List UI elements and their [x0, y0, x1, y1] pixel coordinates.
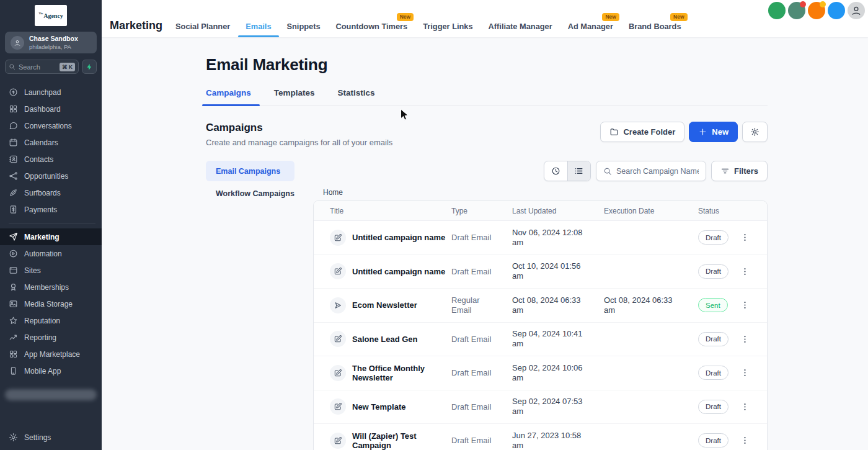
breadcrumb[interactable]: Home: [323, 188, 768, 197]
sidebar-item[interactable]: Automation: [0, 245, 102, 262]
page-tab[interactable]: Templates: [274, 88, 315, 106]
execution-date: Oct 08, 2024 06:33 am: [604, 295, 678, 316]
list-icon: [574, 166, 583, 176]
media-storage-icon: [9, 299, 18, 308]
table-row[interactable]: Will (Zapier) Test Campaign Draft Email …: [314, 424, 767, 450]
kebab-menu-button[interactable]: [736, 398, 753, 415]
sidebar-item[interactable]: Mobile App: [0, 362, 102, 379]
kebab-menu-button[interactable]: [736, 330, 753, 348]
settings-label: Settings: [24, 433, 51, 442]
sidebar-item[interactable]: Reputation: [0, 312, 102, 329]
avatar[interactable]: [828, 2, 845, 19]
header-tab[interactable]: Emails: [246, 23, 271, 31]
create-folder-button[interactable]: Create Folder: [600, 122, 684, 142]
sidebar-item[interactable]: Memberships: [0, 279, 102, 295]
user-icon: [851, 5, 862, 16]
table-row[interactable]: Untitled campaign name Draft Email Nov 0…: [314, 221, 767, 255]
campaign-search-field[interactable]: [596, 161, 706, 181]
sidebar-item[interactable]: Opportunities: [0, 168, 102, 184]
subnav-item[interactable]: Email Campaigns: [206, 161, 294, 181]
table-row[interactable]: Untitled campaign name Draft Email Oct 1…: [314, 255, 767, 289]
page-tab[interactable]: Statistics: [338, 88, 375, 106]
filters-button[interactable]: Filters: [711, 161, 768, 181]
header-tab[interactable]: Trigger Links: [423, 23, 472, 31]
filter-icon: [720, 166, 730, 176]
avatar[interactable]: [768, 2, 786, 19]
column-status: Status: [698, 207, 736, 215]
table-row[interactable]: Ecom Newsletter Regular Email Oct 08, 20…: [314, 289, 767, 323]
table-row[interactable]: The Office Monthly Newsletter Draft Emai…: [314, 356, 767, 390]
avatar[interactable]: [788, 2, 805, 19]
new-badge: New: [670, 13, 687, 21]
notification-dot: [820, 1, 826, 7]
new-badge: New: [397, 13, 414, 21]
kebab-menu-button[interactable]: [736, 297, 753, 314]
subnav-item[interactable]: Workflow Campaigns: [206, 183, 294, 204]
settings-button[interactable]: [742, 122, 768, 142]
sidebar-item[interactable]: Calendars: [0, 134, 102, 151]
sidebar-item[interactable]: Reporting: [0, 329, 102, 346]
automation-icon: [9, 249, 18, 258]
subnav-item-label: Email Campaigns: [216, 167, 280, 176]
sidebar-item-label: Opportunities: [24, 172, 68, 181]
sidebar-item[interactable]: Surfboards: [0, 184, 102, 201]
sidebar-item-label: Contacts: [24, 155, 53, 164]
main-content: Email Marketing Campaigns Templates Stat…: [102, 37, 868, 450]
calendar-icon: [9, 138, 18, 147]
header-tab[interactable]: Affiliate Manager: [489, 23, 552, 31]
sidebar-item[interactable]: Contacts: [0, 151, 102, 168]
header-tab[interactable]: Brand Boards New: [629, 23, 681, 31]
list-view-button[interactable]: [567, 161, 590, 181]
header-tabs: Social Planner Emails Snippets Countdown…: [175, 23, 681, 31]
ai-assistant-button[interactable]: [82, 60, 97, 74]
account-switcher[interactable]: Chase Sandbox philadelphia, PA: [5, 32, 97, 53]
status-badge: Draft: [698, 366, 728, 380]
last-updated: Oct 10, 2024 01:56 am: [512, 261, 587, 282]
table-header: Title Type Last Updated Execution Date S…: [314, 201, 767, 221]
sidebar-search-input[interactable]: Search ⌘ K: [5, 60, 79, 74]
notification-dot: [800, 1, 806, 7]
user-icon: [14, 39, 21, 47]
kebab-menu-button[interactable]: [736, 229, 753, 246]
history-view-button[interactable]: [544, 161, 567, 181]
section-subtitle: Create and manage campaigns for all of y…: [206, 138, 392, 147]
sidebar-item[interactable]: Marketing: [0, 228, 102, 245]
send-icon: [330, 297, 346, 313]
status-badge: Draft: [698, 264, 728, 279]
header-tab[interactable]: Ad Manager New: [568, 23, 613, 31]
sidebar-item-settings[interactable]: Settings: [0, 433, 102, 450]
bolt-icon: [86, 63, 93, 71]
sidebar-item[interactable]: Media Storage: [0, 295, 102, 312]
kebab-menu-button[interactable]: [736, 263, 753, 280]
kebab-menu-button[interactable]: [736, 432, 753, 449]
campaign-search-input[interactable]: [616, 167, 699, 176]
table-row[interactable]: Salone Lead Gen Draft Email Sep 04, 2024…: [314, 323, 767, 357]
sidebar-item-label: Mobile App: [24, 367, 61, 376]
header-tab[interactable]: Countdown Timers New: [336, 23, 408, 31]
sidebar-item[interactable]: Conversations: [0, 117, 102, 134]
column-type: Type: [451, 207, 512, 215]
last-updated: Oct 08, 2024 06:33 am: [512, 295, 587, 316]
agency-logo: TheAgency: [0, 0, 102, 26]
sidebar-item[interactable]: Dashboard: [0, 101, 102, 117]
account-location: philadelphia, PA: [29, 43, 78, 50]
sidebar-item[interactable]: App Marketplace: [0, 346, 102, 362]
avatar[interactable]: [808, 2, 825, 19]
kebab-menu-button[interactable]: [736, 364, 753, 382]
page-tab[interactable]: Campaigns: [206, 88, 251, 106]
new-button[interactable]: New: [689, 122, 738, 142]
gear-icon: [9, 433, 18, 442]
sidebar-item-label: Dashboard: [24, 105, 61, 114]
edit-icon: [330, 433, 346, 449]
header-tab[interactable]: Social Planner: [175, 23, 230, 31]
sidebar-item[interactable]: Launchpad: [0, 84, 102, 101]
campaign-title: The Office Monthly Newsletter: [352, 364, 446, 383]
sidebar-item[interactable]: Sites: [0, 262, 102, 279]
avatar[interactable]: [848, 2, 865, 19]
table-row[interactable]: New Template Draft Email Sep 02, 2024 07…: [314, 390, 767, 425]
opportunities-icon: [9, 171, 18, 181]
header-tab[interactable]: Snippets: [287, 23, 321, 31]
campaign-title: Ecom Newsletter: [352, 300, 417, 310]
campaign-type: Regular Email: [451, 295, 497, 315]
sidebar-item[interactable]: Payments: [0, 201, 102, 218]
